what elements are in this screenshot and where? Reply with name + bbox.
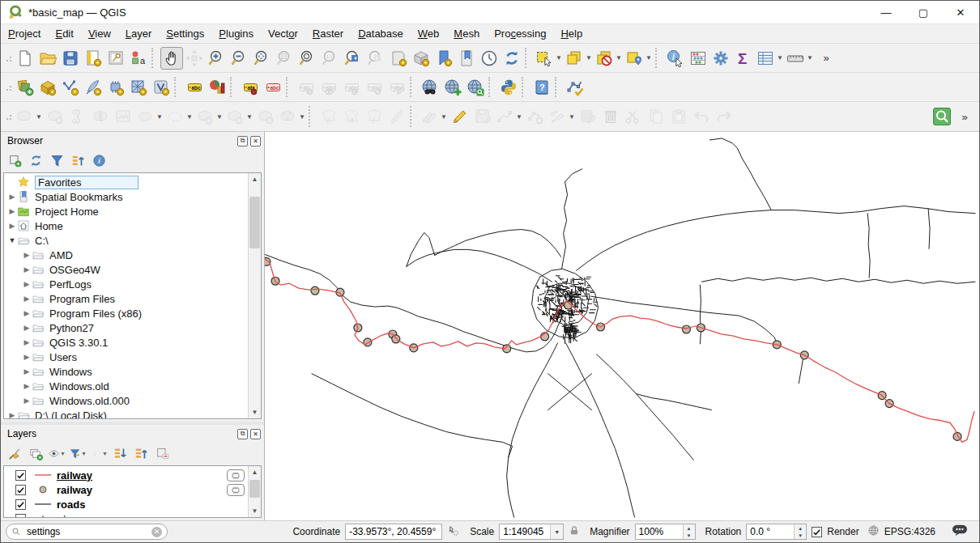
crs-label[interactable]: EPSG:4326 [884,526,935,537]
clear-search-icon[interactable]: ✕ [151,527,162,537]
browser-tree-item[interactable]: ▶Project Home [4,204,248,218]
toolbar-button-zoom-out[interactable] [228,47,251,70]
toolbar-button-label-red[interactable]: abc [262,76,284,99]
chevron-down-icon[interactable]: ▼ [568,113,576,121]
toolbar-button-sigma[interactable]: Σ [732,47,755,70]
scroll-up-icon[interactable]: ▲ [249,173,261,185]
expander-icon[interactable]: ▶ [22,265,32,274]
toolbar-button-scissors[interactable] [622,105,645,128]
toolbar-button-blob[interactable]: ▼ [14,105,44,128]
toolbar-button-label-move[interactable]: abc [340,76,363,99]
expander-icon[interactable]: ▶ [22,324,32,332]
toolbar-button-blob-gear[interactable] [44,105,66,128]
menu-mesh[interactable]: Mesh [446,25,487,42]
browser-float-button[interactable]: ⧉ [237,136,248,146]
toolbar-button-digitize-line[interactable]: ▼ [494,105,524,128]
browser-tree-item[interactable]: ▶Python27 [4,320,248,335]
toolbar-button-new-bookmark[interactable] [432,47,455,70]
toolbar-button-identify[interactable]: i [664,47,687,70]
expander-icon[interactable]: ▶ [22,382,32,390]
spin-down-icon[interactable]: ▼ [684,532,695,539]
toolbar-button-pan-selection[interactable] [183,47,206,70]
layer-item-railway[interactable]: railway [4,482,248,497]
rotation-spinbox[interactable]: ▲▼ [746,524,807,540]
toolbar-overflow-icon[interactable]: » [953,105,976,128]
toolbar-button-blob-gear[interactable]: ▼ [194,105,224,128]
menu-vector[interactable]: Vector [261,25,305,42]
expander-icon[interactable]: ▶ [22,280,32,288]
expander-icon[interactable]: ▶ [22,397,32,405]
chevron-down-icon[interactable]: ▼ [515,113,523,121]
toolbar-button-select-pin[interactable]: ▼ [624,47,654,70]
messages-icon[interactable] [952,524,968,539]
layer-item-places[interactable]: places [4,511,248,517]
coordinate-extent-toggle-icon[interactable] [447,524,460,540]
layers-scrollbar[interactable]: ▲ ▼ [248,466,261,517]
toolbar-grip[interactable] [6,83,14,91]
toolbar-button-new-memory[interactable] [104,76,127,99]
browser-tree-item[interactable]: ▶Program Files (x86) [4,306,248,320]
menu-database[interactable]: Database [351,25,411,42]
memory-layer-indicator-icon[interactable] [227,469,245,481]
layers-tool-map-themes-eye[interactable]: ▼ [48,444,66,462]
chevron-down-icon[interactable]: ▼ [776,54,784,62]
layer-item-railway[interactable]: railway [4,468,248,482]
toolbar-button-label-rotate[interactable]: abc [363,76,386,99]
browser-tool-filter-browser[interactable] [48,151,66,169]
locator-search[interactable]: ✕ [6,524,168,540]
browser-scrollbar[interactable]: ▲ ▼ [248,173,261,418]
toolbar-button-label-abc[interactable]: abc [183,76,206,99]
scroll-down-icon[interactable]: ▼ [249,406,261,418]
browser-tool-properties-info[interactable]: i [90,151,108,169]
browser-tree-item[interactable]: Favorites [4,175,248,189]
toolbar-button-blob-dash[interactable]: ▼ [164,105,194,128]
expander-icon[interactable]: ▶ [7,193,17,201]
toolbar-button-wms-search[interactable] [464,76,487,99]
toolbar-button-diagram[interactable] [206,76,228,99]
toolbar-button-layout-manager[interactable] [104,47,127,70]
toolbar-button-new-map-view[interactable] [387,47,410,70]
toolbar-button-measure[interactable]: ▼ [785,47,815,70]
render-checkbox[interactable] [812,527,822,537]
scrollbar-thumb[interactable] [249,197,260,248]
toolbar-button-metasearch[interactable] [419,76,441,99]
close-button[interactable]: ✕ [942,1,979,23]
toolbar-button-locator[interactable] [931,105,953,128]
toolbar-button-undo[interactable] [690,105,713,128]
layers-tool-add-group[interactable] [27,444,45,462]
layer-visibility-checkbox[interactable] [15,485,26,495]
browser-tree-item[interactable]: ▼C:\ [4,233,248,248]
chevron-down-icon[interactable]: ▼ [645,54,653,62]
rotation-input[interactable] [747,526,794,537]
toolbar-button-blob-img[interactable] [112,105,134,128]
toolbar-button-attr-table[interactable]: ▼ [755,47,785,70]
toolbar-button-knife[interactable] [386,105,408,128]
magnifier-spinbox[interactable]: ▲▼ [635,524,696,540]
chevron-down-icon[interactable]: ▼ [35,113,43,121]
toolbar-button-form-edit[interactable] [577,105,599,128]
chevron-down-icon[interactable]: ▼ [215,113,224,121]
browser-tool-collapse-tree[interactable] [69,151,87,169]
browser-tree-item[interactable]: ▶Users [4,350,248,364]
toolbar-button-style-manager[interactable]: a [127,47,150,70]
chevron-down-icon[interactable]: ▼ [550,524,563,539]
chevron-down-icon[interactable]: ▼ [60,451,66,456]
chevron-down-icon[interactable]: ▼ [555,54,563,62]
toolbar-button-new-virtual[interactable] [150,76,173,99]
toolbar-button-blob-stitch[interactable] [89,105,112,128]
toolbar-button-trash[interactable] [599,105,622,128]
chevron-down-icon[interactable]: ▼ [81,451,87,456]
menu-settings[interactable]: Settings [159,25,211,42]
toolbar-button-dsm[interactable] [14,76,36,99]
maximize-button[interactable]: ▢ [905,1,942,23]
toolbar-button-help[interactable]: ? [530,76,553,99]
toolbar-button-refresh[interactable] [501,47,523,70]
toolbar-grip[interactable] [6,112,14,121]
menu-help[interactable]: Help [553,25,590,42]
toolbar-button-label-pin2[interactable]: ab [295,76,317,99]
toolbar-button-new-gpkg[interactable] [36,76,59,99]
menu-plugins[interactable]: Plugins [211,25,261,42]
toolbar-button-paste[interactable] [667,105,690,128]
expander-icon[interactable]: ▼ [7,236,17,244]
menu-view[interactable]: View [81,25,118,42]
